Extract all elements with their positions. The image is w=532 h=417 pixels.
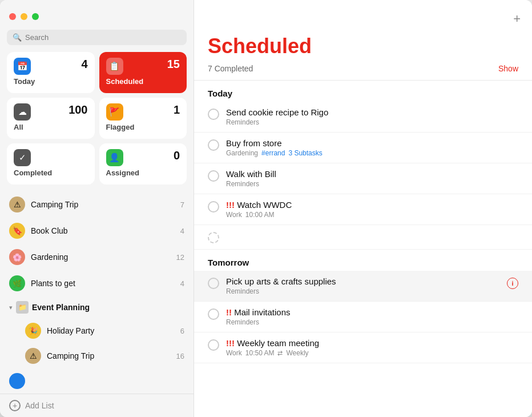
partial-icon bbox=[9, 373, 25, 389]
reminders-list: Today Send cookie recipe to Rigo Reminde… bbox=[194, 81, 532, 417]
smart-card-all[interactable]: ☁ 100 All bbox=[7, 98, 95, 139]
flagged-count: 1 bbox=[174, 103, 180, 117]
smart-card-completed[interactable]: ✓ Completed bbox=[7, 143, 95, 185]
reminder-item-send-cookie: Send cookie recipe to Rigo Reminders bbox=[194, 102, 532, 133]
today-label: Today bbox=[14, 77, 88, 86]
all-label: All bbox=[14, 123, 88, 131]
reminder-title-3: Walk with Bill bbox=[226, 169, 518, 179]
close-button[interactable] bbox=[9, 13, 16, 20]
reminder-title-6: Pick up arts & crafts supplies bbox=[226, 276, 500, 286]
reminder-subtitle-2: Gardening #errand 3 Subtasks bbox=[226, 149, 518, 157]
smart-card-assigned[interactable]: 👤 0 Assigned bbox=[99, 143, 187, 185]
reminder-circle-4[interactable] bbox=[208, 201, 219, 212]
reminder-subtitle-1: Reminders bbox=[226, 118, 518, 126]
camping-trip-count: 7 bbox=[180, 201, 184, 209]
reminder-item-mail: Mail invitations Reminders bbox=[194, 302, 532, 332]
all-count: 100 bbox=[68, 103, 87, 117]
reminder-subtitle-4: Work 10:00 AM bbox=[226, 211, 518, 219]
reminder-title-8: Weekly team meeting bbox=[226, 338, 518, 348]
completed-icon: ✓ bbox=[14, 149, 31, 166]
page-title: Scheduled bbox=[194, 30, 532, 61]
reminder-title-1: Send cookie recipe to Rigo bbox=[226, 107, 518, 117]
reminder-circle-3[interactable] bbox=[208, 170, 219, 182]
search-bar[interactable]: 🔍 bbox=[7, 30, 187, 45]
smart-card-today[interactable]: 📅 4 Today bbox=[7, 52, 95, 93]
list-item-camping-trip-sub[interactable]: ⚠ Camping Trip 16 bbox=[0, 343, 194, 368]
plants-to-get-icon: 🌿 bbox=[9, 275, 25, 291]
camping-trip-sub-icon: ⚠ bbox=[25, 348, 41, 364]
today-count: 4 bbox=[81, 58, 87, 71]
reminder-circle-8[interactable] bbox=[208, 339, 219, 351]
section-header-today: Today bbox=[194, 81, 532, 102]
today-icon: 📅 bbox=[14, 58, 31, 75]
errand-tag[interactable]: #errand bbox=[261, 149, 285, 157]
camping-trip-sub-name: Camping Trip bbox=[47, 351, 171, 360]
camping-trip-name: Camping Trip bbox=[31, 200, 175, 209]
book-club-icon: 🔖 bbox=[9, 223, 25, 239]
smart-lists-grid: 📅 4 Today 📋 15 Scheduled ☁ 100 All bbox=[0, 52, 194, 191]
section-header-tomorrow: Tomorrow bbox=[194, 250, 532, 271]
reminder-content-1: Send cookie recipe to Rigo Reminders bbox=[226, 107, 518, 126]
camping-trip-sub-count: 16 bbox=[176, 352, 184, 360]
list-item-gardening[interactable]: 🌸 Gardening 12 bbox=[0, 244, 194, 270]
maximize-button[interactable] bbox=[32, 13, 39, 20]
scheduled-count: 15 bbox=[167, 58, 180, 71]
completed-bar: 7 Completed Show bbox=[194, 61, 532, 81]
smart-card-scheduled[interactable]: 📋 15 Scheduled bbox=[99, 52, 187, 93]
gardening-name: Gardening bbox=[31, 252, 171, 262]
gardening-count: 12 bbox=[176, 253, 184, 262]
add-list-button[interactable]: + Add List bbox=[0, 394, 194, 417]
reminder-content-3: Walk with Bill Reminders bbox=[226, 169, 518, 188]
group-folder-icon: 📁 bbox=[16, 301, 29, 314]
reminder-content-2: Buy from store Gardening #errand 3 Subta… bbox=[226, 138, 518, 157]
reminder-circle-7[interactable] bbox=[208, 308, 219, 320]
completed-count: 7 Completed bbox=[208, 64, 253, 73]
group-header-event-planning[interactable]: ▾ 📁 Event Planning bbox=[0, 296, 194, 318]
group-chevron-icon: ▾ bbox=[9, 304, 13, 311]
scheduled-icon: 📋 bbox=[106, 58, 123, 75]
reminder-subtitle-8: Work 10:50 AM ⇄ Weekly bbox=[226, 349, 518, 357]
reminder-title-4: Watch WWDC bbox=[226, 200, 518, 210]
assigned-icon: 👤 bbox=[106, 149, 123, 166]
search-icon: 🔍 bbox=[13, 33, 22, 42]
reminder-item-watch-wwdc: Watch WWDC Work 10:00 AM bbox=[194, 194, 532, 225]
main-content: + Scheduled 7 Completed Show Today Send … bbox=[194, 0, 532, 417]
subtasks-link[interactable]: 3 Subtasks bbox=[288, 149, 322, 157]
show-completed-button[interactable]: Show bbox=[498, 64, 518, 73]
book-club-name: Book Club bbox=[31, 226, 175, 235]
plants-to-get-name: Plants to get bbox=[31, 279, 175, 288]
reminder-subtitle-3: Reminders bbox=[226, 180, 518, 188]
reminder-item-empty bbox=[194, 225, 532, 250]
reminder-circle-2[interactable] bbox=[208, 139, 219, 151]
smart-card-flagged[interactable]: 🚩 1 Flagged bbox=[99, 98, 187, 139]
reminder-circle-1[interactable] bbox=[208, 109, 219, 120]
camping-trip-icon: ⚠ bbox=[9, 197, 25, 212]
flagged-icon: 🚩 bbox=[106, 103, 123, 121]
reminder-content-6: Pick up arts & crafts supplies Reminders bbox=[226, 276, 500, 295]
reminder-item-weekly-meeting: Weekly team meeting Work 10:50 AM ⇄ Week… bbox=[194, 332, 532, 363]
reminder-item-walk-bill: Walk with Bill Reminders bbox=[194, 163, 532, 194]
minimize-button[interactable] bbox=[21, 13, 27, 20]
search-input[interactable] bbox=[25, 33, 181, 42]
reminder-item-crafts: Pick up arts & crafts supplies Reminders… bbox=[194, 271, 532, 302]
reminder-content-7: Mail invitations Reminders bbox=[226, 307, 518, 326]
scheduled-label: Scheduled bbox=[106, 77, 180, 86]
reminder-circle-6[interactable] bbox=[208, 278, 219, 289]
gardening-icon: 🌸 bbox=[9, 249, 25, 265]
add-reminder-button[interactable]: + bbox=[513, 13, 521, 25]
reminder-circle-5[interactable] bbox=[208, 232, 219, 243]
list-item-camping-trip[interactable]: ⚠ Camping Trip 7 bbox=[0, 191, 194, 218]
reminder-subtitle-6: Reminders bbox=[226, 287, 500, 295]
list-item-holiday-party[interactable]: 🎉 Holiday Party 6 bbox=[0, 318, 194, 343]
holiday-party-icon: 🎉 bbox=[25, 323, 41, 339]
list-item-book-club[interactable]: 🔖 Book Club 4 bbox=[0, 218, 194, 244]
info-icon[interactable]: i bbox=[507, 278, 518, 289]
reminder-content-8: Weekly team meeting Work 10:50 AM ⇄ Week… bbox=[226, 338, 518, 357]
partial-list-item bbox=[0, 368, 194, 389]
holiday-party-name: Holiday Party bbox=[47, 326, 175, 335]
titlebar bbox=[0, 0, 194, 30]
list-section: ⚠ Camping Trip 7 🔖 Book Club 4 🌸 Gardeni… bbox=[0, 191, 194, 394]
recur-icon: ⇄ bbox=[277, 350, 283, 357]
list-item-plants-to-get[interactable]: 🌿 Plants to get 4 bbox=[0, 270, 194, 296]
add-list-icon: + bbox=[9, 400, 21, 411]
